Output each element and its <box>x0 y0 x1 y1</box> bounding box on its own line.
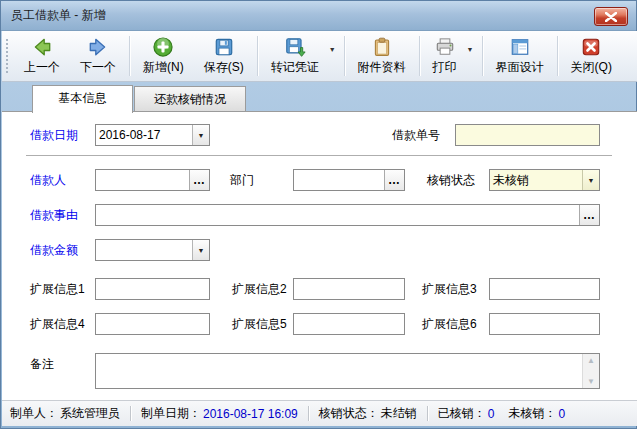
borrower-input[interactable] <box>96 170 189 190</box>
save-button[interactable]: 保存(S) <box>194 33 254 79</box>
toolbar-separator <box>557 36 558 76</box>
unverified-count-value: 0 <box>558 407 565 421</box>
verify-status-label: 核销状态 <box>427 169 475 191</box>
print-dropdown-caret-icon[interactable]: ▼ <box>467 33 479 79</box>
toolbar-separator <box>129 36 130 76</box>
creator-status: 制单人： 系统管理员 <box>10 405 120 422</box>
tab-repayment[interactable]: 还款核销情况 <box>134 86 246 112</box>
verify-status: 核销状态： 未结销 <box>319 405 417 422</box>
add-button[interactable]: 新增(N) <box>133 33 194 79</box>
department-lookup-button[interactable]: … <box>384 170 404 190</box>
remark-field: ▲ ▼ <box>95 353 600 389</box>
loan-no-input[interactable] <box>455 124 600 146</box>
status-separator <box>308 406 309 421</box>
remark-scrollbar[interactable]: ▲ ▼ <box>582 354 599 388</box>
ext1-label: 扩展信息1 <box>30 278 85 300</box>
window-close-button[interactable] <box>594 7 628 26</box>
made-date-status-value: 2016-08-17 16:09 <box>203 407 298 421</box>
next-label: 下一个 <box>80 59 116 76</box>
toolbar-separator <box>482 36 483 76</box>
next-button[interactable]: 下一个 <box>70 33 126 79</box>
close-button[interactable]: 关闭(Q) <box>561 33 622 79</box>
loan-reason-input[interactable] <box>96 205 579 225</box>
printer-icon <box>434 36 456 58</box>
verify-status-value: 未结销 <box>381 405 417 422</box>
loan-date-value: 2016-08-17 <box>96 125 192 145</box>
arrow-left-icon <box>31 36 53 58</box>
loan-date-combobox[interactable]: 2016-08-17 ▼ <box>95 124 210 146</box>
save-label: 保存(S) <box>204 59 244 76</box>
verify-status-combobox[interactable]: 未核销 ▼ <box>489 169 600 191</box>
form-separator <box>26 155 612 156</box>
window-title: 员工借款单 - 新增 <box>11 1 106 30</box>
verified-count: 已核销： 0 <box>438 405 495 422</box>
borrower-lookup-button[interactable]: … <box>189 170 209 190</box>
loan-reason-field: … <box>95 204 600 226</box>
remark-label: 备注 <box>30 353 54 375</box>
department-field: … <box>293 169 405 191</box>
remark-textarea[interactable] <box>96 354 582 388</box>
status-separator <box>130 406 131 421</box>
status-bar: 制单人： 系统管理员 制单日期： 2016-08-17 16:09 核销状态： … <box>2 400 637 426</box>
title-bar[interactable]: 员工借款单 - 新增 <box>1 1 636 31</box>
borrower-label: 借款人 <box>30 169 66 191</box>
ext3-label: 扩展信息3 <box>422 278 477 300</box>
voucher-dropdown-caret-icon[interactable]: ▼ <box>329 33 341 79</box>
unverified-count: 未核销： 0 <box>508 405 565 422</box>
clipboard-icon <box>371 36 393 58</box>
ext6-input[interactable] <box>489 313 600 335</box>
ui-design-label: 界面设计 <box>496 59 544 76</box>
chevron-down-icon[interactable]: ▼ <box>192 125 209 145</box>
department-label: 部门 <box>230 169 254 191</box>
verify-status-label: 核销状态： <box>319 405 379 422</box>
ext5-input[interactable] <box>293 313 405 335</box>
scroll-down-icon[interactable]: ▼ <box>587 377 595 386</box>
toolbar-separator <box>344 36 345 76</box>
tab-strip: 基本信息 还款核销情况 <box>2 85 637 112</box>
loan-no-label: 借款单号 <box>392 124 440 146</box>
toolbar-grip[interactable] <box>6 39 11 73</box>
creator-status-label: 制单人： <box>10 405 58 422</box>
verified-count-label: 已核销： <box>438 405 486 422</box>
attachment-button[interactable]: 附件资料 <box>348 33 416 79</box>
voucher-floppy-icon <box>284 36 306 58</box>
loan-amount-value <box>96 240 192 260</box>
save-floppy-icon <box>213 36 235 58</box>
attachment-label: 附件资料 <box>358 59 406 76</box>
borrower-field: … <box>95 169 210 191</box>
verified-count-value: 0 <box>488 407 495 421</box>
unverified-count-label: 未核销： <box>508 405 556 422</box>
loan-date-label: 借款日期 <box>30 124 78 146</box>
close-x-icon <box>605 12 617 22</box>
scroll-up-icon[interactable]: ▲ <box>587 356 595 365</box>
department-input[interactable] <box>294 170 384 190</box>
toolbar-separator <box>257 36 258 76</box>
loan-amount-combobox[interactable]: ▼ <box>95 239 210 261</box>
voucher-button[interactable]: 转记凭证 <box>261 33 329 79</box>
arrow-right-icon <box>87 36 109 58</box>
chevron-down-icon[interactable]: ▼ <box>582 170 599 190</box>
creator-status-value: 系统管理员 <box>60 405 120 422</box>
tab-basic-info[interactable]: 基本信息 <box>32 85 133 113</box>
ui-design-button[interactable]: 界面设计 <box>486 33 554 79</box>
ext4-label: 扩展信息4 <box>30 313 85 335</box>
close-red-icon <box>580 36 602 58</box>
loan-amount-label: 借款金额 <box>30 239 78 261</box>
print-button[interactable]: 打印 <box>423 33 467 79</box>
loan-reason-label: 借款事由 <box>30 204 78 226</box>
ext1-input[interactable] <box>95 278 210 300</box>
add-label: 新增(N) <box>143 59 184 76</box>
toolbar: 上一个 下一个 新增(N) <box>2 31 637 82</box>
loan-reason-lookup-button[interactable]: … <box>579 205 599 225</box>
app-window: 员工借款单 - 新增 上一个 下一个 <box>0 0 637 429</box>
prev-button[interactable]: 上一个 <box>14 33 70 79</box>
ext2-label: 扩展信息2 <box>232 278 287 300</box>
made-date-status-label: 制单日期： <box>141 405 201 422</box>
ext2-input[interactable] <box>293 278 405 300</box>
ext4-input[interactable] <box>95 313 210 335</box>
ext3-input[interactable] <box>489 278 600 300</box>
chevron-down-icon[interactable]: ▼ <box>192 240 209 260</box>
window-design-icon <box>509 36 531 58</box>
prev-label: 上一个 <box>24 59 60 76</box>
basic-info-panel: 借款日期 2016-08-17 ▼ 借款单号 借款人 … 部门 … 核销状态 未… <box>2 111 637 400</box>
